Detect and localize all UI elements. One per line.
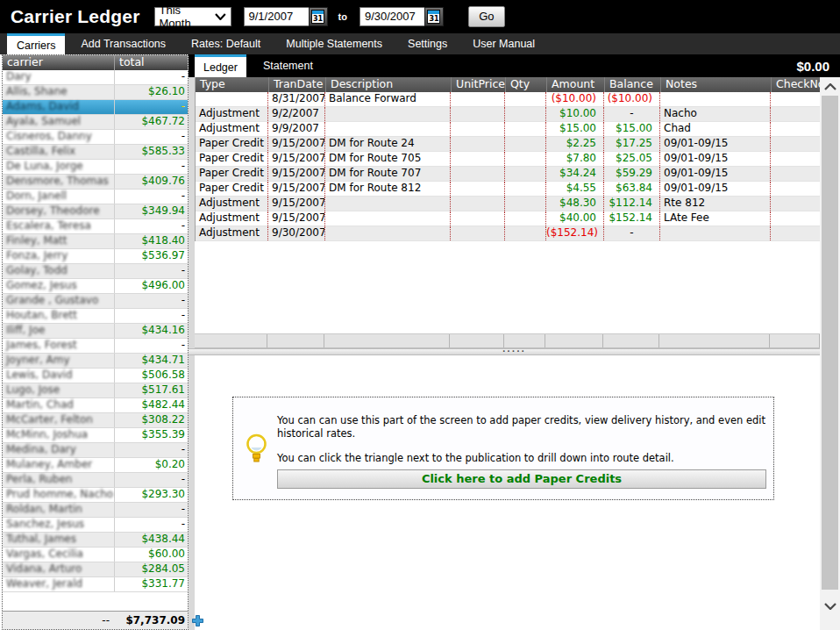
carrier-row[interactable]: Prud homme, Nacho $293.30 [3, 488, 188, 503]
ledger-row[interactable]: Adjustment 9/15/2007 $40.00 $152.14 LAte… [196, 211, 821, 226]
carrier-row[interactable]: De Luna, Jorge - [3, 160, 188, 175]
tab-ledger[interactable]: Ledger [195, 54, 246, 77]
cell-amount: $10.00 [546, 107, 604, 121]
vertical-scrollbar[interactable] [820, 77, 840, 630]
column-header-trandate[interactable]: TranDate [268, 77, 325, 92]
carrier-row[interactable]: Fonza, Jerry $536.97 [3, 249, 188, 264]
carrier-row[interactable]: Escalera, Teresa - [3, 219, 188, 234]
cell-notes: 09/01-09/15 [660, 167, 771, 181]
cell-notes: 09/01-09/15 [660, 152, 771, 166]
carrier-total-cell: $26.10 [114, 85, 188, 99]
carrier-row[interactable]: Houtan, Brett - [3, 309, 188, 324]
scroll-up-arrow[interactable] [820, 80, 840, 93]
carrier-row[interactable]: Martin, Chad $482.44 [3, 398, 188, 413]
carrier-row[interactable]: Finley, Matt $418.40 [3, 234, 188, 249]
calendar-from-button[interactable]: 31 [309, 7, 328, 26]
ledger-row[interactable]: Adjustment 9/15/2007 $48.30 $112.14 Rte … [196, 197, 821, 211]
tab-user-manual[interactable]: User Manual [463, 33, 545, 54]
column-header-unitprice[interactable]: UnitPrice [451, 77, 505, 92]
carrier-row[interactable]: Medina, Dary - [3, 443, 188, 458]
period-dropdown[interactable]: This Month [154, 7, 231, 26]
date-from-input[interactable]: 9/1/2007 [244, 7, 309, 26]
column-header-notes[interactable]: Notes [660, 77, 771, 92]
calendar-icon: 31 [427, 10, 440, 24]
carrier-row[interactable]: Iliff, Joe $434.16 [3, 324, 188, 339]
ledger-tab-bar: Ledger Statement $0.00 [189, 54, 840, 77]
total-column-header[interactable]: total [114, 55, 188, 70]
carrier-row[interactable]: Dorn, Janell - [3, 190, 188, 204]
date-to-input[interactable]: 9/30/2007 [359, 7, 424, 26]
carrier-row[interactable]: Joyner, Amy $434.71 [3, 354, 188, 369]
carrier-row[interactable]: Perla, Ruben - [3, 473, 188, 488]
carrier-row[interactable]: Vidana, Arturo $284.05 [3, 562, 188, 577]
main-nav-tabs: Carriers Add Transactions Rates: Default… [0, 33, 840, 54]
column-header-type[interactable]: Type [196, 77, 268, 92]
carrier-row[interactable]: Vargas, Cecilia $60.00 [3, 548, 188, 562]
cell-trandate: 9/30/2007 [268, 226, 325, 240]
carrier-row[interactable]: Allis, Shane $26.10 [3, 85, 188, 100]
cell-amount: $4.55 [546, 182, 604, 196]
carrier-row[interactable]: Golay, Todd - [3, 264, 188, 279]
carrier-total-cell: $418.40 [114, 234, 188, 248]
tab-multiple-statements[interactable]: Multiple Statements [276, 33, 392, 54]
add-paper-credits-button[interactable]: Click here to add Paper Credits [277, 469, 766, 489]
ledger-row[interactable]: Paper Credit 9/15/2007 DM for Route 707 … [196, 167, 821, 182]
ledger-row[interactable]: Paper Credit 9/15/2007 DM for Route 812 … [196, 182, 821, 197]
carrier-row[interactable]: Lewis, David $506.58 [3, 369, 188, 383]
carrier-row[interactable]: Adams, David - [3, 100, 188, 115]
carrier-name-cell: Fonza, Jerry [3, 249, 114, 263]
carrier-row[interactable]: McMinn, Joshua $355.39 [3, 428, 188, 443]
carrier-name-cell: Vidana, Arturo [3, 562, 114, 576]
carrier-row[interactable]: Tuthal, James $438.44 [3, 533, 188, 548]
ledger-row[interactable]: Adjustment 9/30/2007 ($152.14) - [196, 226, 821, 241]
carrier-name-cell: Perla, Ruben [3, 473, 114, 487]
carrier-name-cell: Weaver, Jerald [3, 577, 114, 591]
calendar-to-button[interactable]: 31 [424, 7, 444, 26]
carrier-row[interactable]: Sanchez, Jesus - [3, 518, 188, 533]
cell-checkno [771, 182, 821, 196]
cell-qty [505, 137, 546, 151]
ledger-row[interactable]: Paper Credit 9/15/2007 DM for Route 24 $… [196, 137, 821, 152]
cell-unitprice [451, 167, 505, 181]
carrier-row[interactable]: Roldan, Martin - [3, 503, 188, 518]
tab-carriers[interactable]: Carriers [7, 33, 65, 54]
tab-rates-default[interactable]: Rates: Default [182, 33, 270, 54]
column-header-amount[interactable]: Amount [546, 77, 604, 92]
pane-splitter[interactable]: ····· [189, 348, 840, 355]
go-button[interactable]: Go [468, 6, 505, 27]
tab-settings[interactable]: Settings [398, 33, 457, 54]
date-to-group: 9/30/2007 31 [359, 7, 444, 26]
carrier-row[interactable]: Mulaney, Amber $0.20 [3, 458, 188, 473]
carrier-column-header[interactable]: carrier [3, 55, 114, 70]
carrier-row[interactable]: Gomez, Jesus $496.00 [3, 279, 188, 294]
ledger-rows: 8/31/2007 Balance Forward ($10.00) ($10.… [196, 92, 821, 241]
tab-add-transactions[interactable]: Add Transactions [71, 33, 175, 54]
cell-notes: 09/01-09/15 [660, 137, 771, 151]
scrollbar-thumb[interactable] [822, 96, 838, 590]
carrier-row[interactable]: Weaver, Jerald $331.77 [3, 577, 188, 592]
ledger-row[interactable]: Paper Credit 9/15/2007 DM for Route 705 … [196, 152, 821, 167]
carrier-row[interactable]: Densmore, Thomas $409.76 [3, 175, 188, 190]
column-header-checkno[interactable]: CheckNo. [771, 77, 821, 92]
carrier-row[interactable]: Castilla, Felix $585.33 [3, 145, 188, 160]
carrier-name-cell: Castilla, Felix [3, 145, 114, 159]
tab-statement[interactable]: Statement [254, 54, 322, 77]
column-header-description[interactable]: Description [325, 77, 451, 92]
carrier-row[interactable]: McCarter, Felton $308.22 [3, 413, 188, 428]
carrier-row[interactable]: Ayala, Samuel $467.72 [3, 115, 188, 130]
column-header-balance[interactable]: Balance [604, 77, 660, 92]
column-header-qty[interactable]: Qty [505, 77, 546, 92]
add-row-plus-icon[interactable] [191, 614, 204, 627]
carrier-row[interactable]: Dary - [3, 70, 188, 85]
ledger-row[interactable]: Adjustment 9/2/2007 $10.00 - Nacho [196, 107, 821, 122]
ledger-row[interactable]: Adjustment 9/9/2007 $15.00 $15.00 Chad [196, 122, 821, 137]
carrier-row[interactable]: Cisneros, Danny - [3, 130, 188, 145]
carrier-row[interactable]: Lugo, Jose $517.61 [3, 383, 188, 398]
ledger-row[interactable]: 8/31/2007 Balance Forward ($10.00) ($10.… [196, 92, 821, 107]
carrier-row[interactable]: Dorsey, Theodore $349.94 [3, 204, 188, 219]
carrier-row[interactable]: Grande , Gustavo - [3, 294, 188, 309]
cell-balance: $63.84 [604, 182, 660, 196]
carrier-row[interactable]: James, Forest - [3, 339, 188, 354]
scroll-down-arrow[interactable] [820, 599, 840, 612]
cell-checkno [771, 167, 821, 181]
